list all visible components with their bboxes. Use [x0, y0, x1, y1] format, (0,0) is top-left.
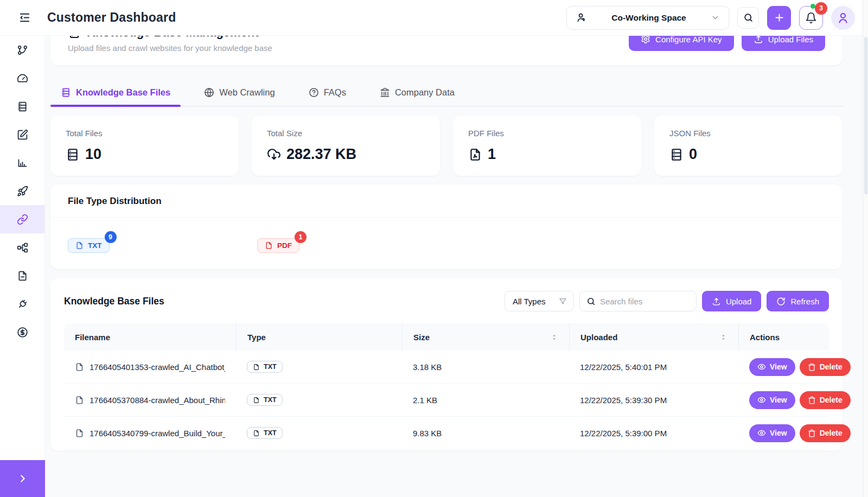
file-type-badge: TXT [247, 427, 283, 439]
database-icon [17, 101, 28, 112]
workspace-selector[interactable]: Co-Working Space [566, 6, 729, 30]
help-circle-icon [309, 87, 319, 98]
refresh-button[interactable]: Refresh [767, 291, 829, 311]
bar-chart-icon [17, 157, 28, 169]
knowledge-base-files-card: Knowledge Base Files All Types Uploa [50, 278, 843, 451]
column-header-uploaded[interactable]: Uploaded [569, 323, 738, 351]
delete-button[interactable]: Delete [800, 358, 851, 376]
tab-web-crawling[interactable]: Web Crawling [194, 80, 285, 106]
avatar[interactable] [831, 6, 855, 30]
view-label: View [770, 429, 787, 437]
trash-icon [808, 363, 816, 371]
sidebar-item-analytics[interactable] [0, 149, 44, 177]
delete-button[interactable]: Delete [800, 391, 851, 409]
tab-knowledge-base-files[interactable]: Knowledge Base Files [50, 80, 181, 106]
tab-label: Web Crawling [219, 87, 275, 98]
search-button[interactable] [737, 7, 759, 29]
stat-label: Total Size [267, 129, 425, 138]
stat-card-pdf-files: PDF Files 1 [453, 116, 641, 176]
sidebar-item-editor[interactable] [0, 120, 44, 149]
column-header-actions: Actions [738, 323, 829, 351]
sort-icon[interactable] [550, 333, 558, 341]
tab-label: FAQs [324, 87, 346, 98]
menu-icon[interactable] [16, 9, 33, 26]
topbar-actions: Co-Working Space 3 [566, 6, 855, 30]
sidebar-item-database[interactable] [0, 92, 44, 120]
stat-card-total-size: Total Size 282.37 KB [252, 116, 440, 176]
main-content: Knowledge Base Management Upload files a… [45, 0, 868, 451]
sidebar-item-workflow[interactable] [0, 233, 44, 262]
delete-label: Delete [820, 429, 843, 437]
column-header-filename: Filename [64, 323, 236, 351]
tab-company-data[interactable]: Company Data [369, 80, 465, 106]
view-button[interactable]: View [749, 424, 795, 442]
file-type-distribution-card: File Type Distribution TXT 9 PDF 1 [50, 184, 843, 269]
document-icon [17, 270, 28, 282]
scrollbar[interactable] [863, 0, 868, 497]
file-type: TXT [264, 363, 277, 371]
file-type-label: PDF [277, 241, 292, 250]
globe-icon [204, 87, 214, 98]
file-icon [75, 241, 84, 250]
sidebar-item-documents[interactable] [0, 262, 44, 290]
file-search-input[interactable] [600, 297, 690, 306]
gauge-icon [17, 73, 28, 84]
search-icon [586, 297, 596, 306]
view-button[interactable]: View [749, 358, 795, 376]
upload-button[interactable]: Upload [702, 291, 762, 311]
file-name: 1766405370884-crawled_About_Rhino [90, 396, 225, 405]
stat-value: 282.37 KB [286, 146, 356, 163]
chevron-right-icon [17, 473, 29, 485]
tab-faqs[interactable]: FAQs [298, 80, 356, 106]
file-icon [75, 429, 84, 438]
column-label: Uploaded [580, 333, 617, 342]
eye-icon [757, 362, 766, 371]
notifications-button[interactable]: 3 [799, 6, 823, 30]
link-icon [17, 214, 28, 225]
sidebar-item-dashboard[interactable] [0, 64, 44, 92]
file-type: TXT [264, 396, 277, 404]
file-size: 9.83 KB [402, 429, 569, 438]
file-type-chip-txt: TXT 9 [68, 238, 110, 253]
column-header-size[interactable]: Size [402, 323, 569, 351]
sidebar-expand-button[interactable] [0, 460, 45, 497]
stat-value: 1 [488, 146, 496, 163]
file-size: 3.18 KB [402, 362, 569, 372]
page-subtitle: Upload files and crawl websites for your… [68, 43, 272, 53]
app-title: Customer Dashboard [47, 10, 176, 25]
add-button[interactable] [767, 6, 791, 30]
file-icon [75, 396, 84, 405]
sidebar-item-integrations[interactable] [0, 290, 44, 318]
database-icon [66, 148, 80, 162]
stats-row: Total Files 10 Total Size 282.37 KB PDF … [50, 116, 843, 176]
eye-icon [757, 429, 766, 437]
workspace-selector-value: Co-Working Space [587, 13, 711, 23]
file-type-label: TXT [88, 241, 102, 250]
git-branch-icon [17, 44, 28, 56]
files-section-title: Knowledge Base Files [64, 296, 164, 307]
file-type-count-badge: 1 [295, 231, 307, 243]
sort-icon[interactable] [719, 333, 727, 341]
file-size: 2.1 KB [402, 396, 569, 405]
file-type: TXT [264, 429, 277, 437]
view-button[interactable]: View [749, 391, 795, 409]
sidebar-item-knowledge-links[interactable] [0, 205, 44, 233]
trash-icon [808, 429, 816, 437]
stat-label: Total Files [66, 129, 224, 138]
sidebar-item-rocket[interactable] [0, 177, 44, 205]
scrollbar-thumb[interactable] [864, 37, 867, 194]
upload-icon [712, 297, 721, 306]
configure-api-key-label: Configure API Key [655, 35, 722, 44]
bank-icon [380, 87, 390, 98]
column-header-type: Type [236, 323, 402, 351]
file-type-filter-select[interactable]: All Types [505, 291, 574, 311]
table-row: 1766405370884-crawled_About_Rhino TXT 2.… [64, 384, 829, 417]
file-uploaded: 12/22/2025, 5:39:00 PM [569, 429, 738, 438]
delete-button[interactable]: Delete [800, 424, 851, 442]
sidebar-item-billing[interactable] [0, 318, 44, 346]
file-type-badge: TXT [247, 394, 283, 406]
sidebar-item-git-branch[interactable] [0, 36, 44, 64]
view-label: View [770, 396, 787, 404]
table-header: Filename Type Size Uploaded Actions [64, 323, 829, 351]
file-uploaded: 12/22/2025, 5:39:30 PM [569, 396, 738, 405]
